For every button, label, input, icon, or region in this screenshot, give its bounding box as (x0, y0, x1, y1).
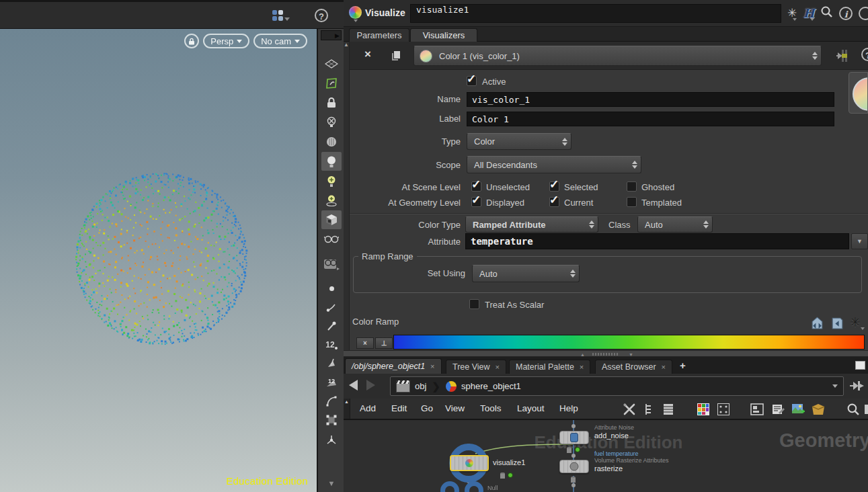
search-button[interactable] (820, 5, 833, 21)
templated-checkbox[interactable] (627, 197, 637, 207)
pane-splitter[interactable]: ▲ ▼ (344, 350, 868, 357)
tab-asset-browser[interactable]: Asset Browser × (595, 360, 672, 374)
menubar-scroll[interactable]: ▲ (344, 399, 350, 419)
ramp-delete-point-button[interactable]: × (356, 337, 374, 349)
breadcrumb-node[interactable]: sphere_object1 (461, 381, 521, 391)
prim-normals-button[interactable] (321, 354, 342, 373)
lock-camera-button[interactable] (321, 93, 342, 112)
add-image-button[interactable] (791, 403, 805, 416)
visualizer-name-input[interactable]: visualize1 (410, 4, 781, 23)
treat-as-scalar-checkbox[interactable] (469, 299, 479, 309)
info-button[interactable]: i (839, 7, 853, 20)
prim-numbers-button[interactable]: 12 (321, 373, 342, 392)
menu-go[interactable]: Go (421, 403, 433, 413)
parameters-scrollbar[interactable]: ▲ (344, 42, 350, 350)
point-normals-button[interactable] (321, 298, 342, 317)
path-dropdown-icon[interactable] (832, 384, 838, 388)
breadcrumb-root[interactable]: obj (415, 381, 426, 391)
back-button[interactable] (349, 380, 358, 391)
list-mode-button[interactable] (661, 403, 676, 416)
profile-curves-button[interactable] (321, 392, 342, 411)
ghosted-checkbox[interactable] (627, 181, 637, 192)
lock-badge-icon[interactable] (567, 447, 571, 453)
menu-add[interactable]: Add (360, 403, 376, 413)
high-quality-lighting-button[interactable] (321, 171, 342, 190)
unselected-checkbox[interactable] (471, 181, 481, 192)
delete-visualizer-button[interactable]: × (364, 48, 371, 61)
shape-palette-button[interactable] (716, 403, 731, 416)
lock-badge-icon[interactable] (500, 473, 505, 479)
tab-obj-sphere-object1[interactable]: /obj/sphere_object1 × (345, 358, 442, 374)
menu-help[interactable]: Help (559, 403, 578, 413)
menu-view[interactable]: View (445, 403, 465, 413)
clipped-menubar-button[interactable] (863, 403, 868, 416)
network-editor[interactable]: Education Edition Geometry visualize1 (344, 420, 868, 492)
color-type-dropdown[interactable]: Ramped Attribute (465, 216, 598, 233)
set-using-dropdown[interactable]: Auto (472, 265, 580, 282)
network-overview-button[interactable] (750, 403, 764, 416)
color-palette-button[interactable] (696, 403, 711, 416)
construction-plane-button[interactable] (321, 54, 342, 73)
show-points-button[interactable] (321, 279, 342, 298)
close-icon[interactable]: × (662, 363, 666, 371)
close-icon[interactable]: × (580, 363, 584, 371)
lock-badge-icon[interactable] (571, 477, 576, 483)
network-search-button[interactable] (846, 403, 861, 416)
ramp-menu-button[interactable]: ✳ (850, 315, 865, 330)
tab-material-palette[interactable]: Material Palette × (509, 360, 590, 374)
visualizer-help-button[interactable]: ? (861, 48, 868, 61)
current-checkbox[interactable] (549, 197, 559, 207)
ramp-add-point-button[interactable]: ⊥ (375, 337, 393, 349)
ramp-flip-button[interactable] (810, 316, 824, 330)
bypass-badge-icon[interactable] (508, 473, 513, 478)
hq-lighting-shadows-button[interactable] (321, 191, 342, 210)
no-lighting-button[interactable] (321, 113, 342, 132)
active-checkbox[interactable] (467, 76, 477, 86)
pin-pane-button[interactable] (849, 379, 865, 395)
scope-dropdown[interactable]: All Descendants (467, 156, 641, 173)
add-note-button[interactable] (771, 403, 786, 416)
asset-bucket-button[interactable] (811, 403, 826, 416)
toolbar-scroll-down-button[interactable]: ▼ (321, 474, 342, 492)
label-field[interactable]: Color 1 (467, 112, 834, 126)
point-numbers-button[interactable]: 12 (321, 335, 342, 354)
clipped-header-button[interactable] (859, 7, 868, 20)
point-trails-button[interactable] (321, 317, 342, 335)
view-material-button[interactable] (321, 230, 342, 249)
stow-bar-button[interactable] (272, 10, 290, 21)
scene-viewport[interactable]: Persp No cam Education Edition (0, 29, 317, 492)
select-objects-button[interactable] (321, 74, 342, 93)
camera-lock-button[interactable] (184, 34, 199, 48)
pane-type-button[interactable] (349, 6, 362, 22)
view-mode-button[interactable]: Persp (203, 34, 249, 48)
tools-settings-button[interactable] (622, 403, 637, 416)
menu-tools[interactable]: Tools (480, 403, 502, 413)
tab-parameters[interactable]: Parameters (349, 28, 409, 42)
tree-controls-button[interactable] (641, 403, 656, 416)
color-ramp-bar[interactable] (393, 335, 865, 350)
menu-edit[interactable]: Edit (391, 403, 407, 413)
new-tab-button[interactable]: + (680, 360, 686, 371)
joints-display-button[interactable] (321, 431, 342, 450)
class-dropdown[interactable]: Auto (637, 216, 713, 233)
forward-button[interactable] (366, 380, 375, 391)
material-preview-button[interactable] (321, 254, 342, 273)
ramp-load-button[interactable] (830, 316, 844, 330)
toolbar-scroll-right-button[interactable]: ▶ (321, 30, 342, 40)
display-options-button[interactable] (321, 210, 342, 229)
houdini-menu-button[interactable]: H (803, 6, 814, 21)
attribute-field[interactable]: temperature (465, 233, 849, 249)
visualizer-dropdown[interactable]: Color 1 (vis_color_1) (413, 46, 822, 66)
group-display-button[interactable] (321, 411, 342, 429)
camera-select-button[interactable]: No cam (253, 34, 307, 48)
node-visualize1[interactable] (450, 455, 489, 471)
bypass-badge-icon[interactable] (575, 447, 580, 452)
tab-tree-view[interactable]: Tree View × (446, 360, 506, 374)
attribute-menu-button[interactable]: ▼ (851, 233, 868, 249)
maximize-pane-button[interactable] (855, 361, 865, 370)
help-button[interactable]: ? (315, 9, 328, 22)
name-field[interactable]: vis_color_1 (467, 92, 834, 107)
close-icon[interactable]: × (496, 363, 500, 371)
node-rasterize[interactable] (559, 460, 589, 473)
selected-checkbox[interactable] (549, 181, 559, 192)
